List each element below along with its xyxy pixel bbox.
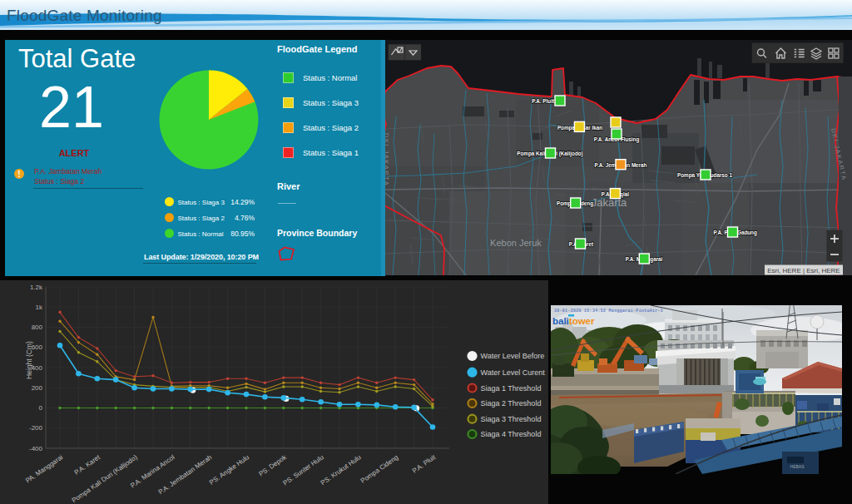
svg-text:Kebon Jeruk: Kebon Jeruk	[490, 238, 542, 248]
svg-text:1k: 1k	[36, 304, 43, 311]
svg-text:0: 0	[39, 404, 43, 412]
svg-text:PS. Sunter Hulu: PS. Sunter Hulu	[282, 453, 325, 487]
svg-text:Pompa Cideng: Pompa Cideng	[359, 453, 400, 485]
svg-text:P.A. Karet: P.A. Karet	[73, 453, 102, 477]
svg-text:Pompa Kali Duri (Kalijodo): Pompa Kali Duri (Kalijodo)	[71, 453, 139, 504]
svg-text:PS. Krukut Hulu: PS. Krukut Hulu	[320, 453, 363, 487]
svg-text:Siaga 3 Threshold: Siaga 3 Threshold	[481, 415, 542, 423]
svg-text:HEBAS: HEBAS	[790, 464, 805, 469]
svg-text:Siaga 1 Threshold: Siaga 1 Threshold	[481, 384, 542, 393]
svg-text:30-01-2020 15:34:52 Manggarai-: 30-01-2020 15:34:52 Manggarai-PintuAir-1	[554, 309, 663, 313]
svg-text:200: 200	[32, 384, 43, 392]
svg-text:Water Level Curent: Water Level Curent	[481, 368, 546, 377]
svg-text:-400: -400	[29, 445, 43, 452]
svg-text:balitower: balitower	[552, 316, 595, 326]
svg-text:DKI JAKARTA: DKI JAKARTA	[385, 133, 390, 186]
svg-text:PS. Depok: PS. Depok	[257, 453, 288, 478]
svg-text:Esri, HERE | Esri, HERE: Esri, HERE | Esri, HERE	[767, 267, 840, 274]
svg-text:Height (Cm): Height (Cm)	[25, 341, 33, 379]
svg-text:800: 800	[32, 324, 43, 331]
svg-text:PA. Manggarai: PA. Manggarai	[24, 453, 64, 485]
svg-text:P.A. Pluit: P.A. Pluit	[411, 453, 438, 475]
svg-text:Siaga 4 Threshold: Siaga 4 Threshold	[481, 430, 542, 438]
svg-text:-200: -200	[29, 424, 43, 432]
svg-text:1.2k: 1.2k	[30, 284, 43, 291]
svg-text:PS. Angke Hulu: PS. Angke Hulu	[208, 453, 250, 487]
svg-text:Siaga 2 Threshold: Siaga 2 Threshold	[481, 399, 542, 408]
svg-text:Jakarta: Jakarta	[592, 196, 627, 209]
svg-text:P.A. Pluit: P.A. Pluit	[532, 98, 555, 104]
svg-text:Water Level Before: Water Level Before	[481, 352, 545, 360]
